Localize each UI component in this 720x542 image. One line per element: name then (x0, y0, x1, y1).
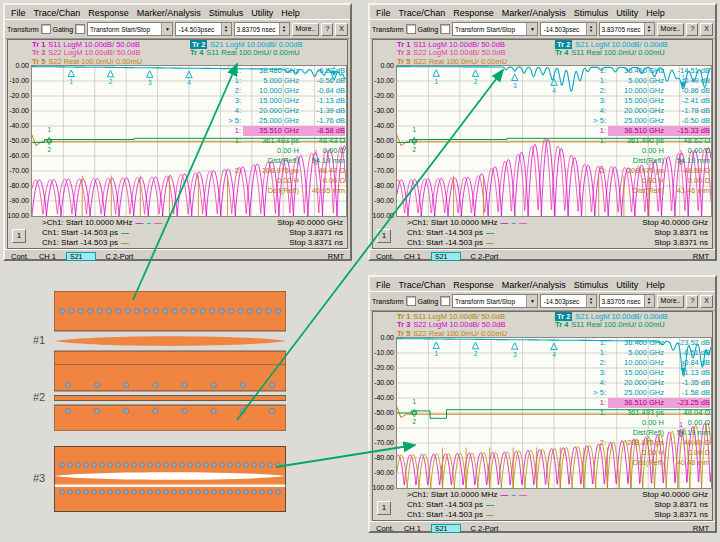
channel-1-button[interactable]: 1 (12, 229, 26, 243)
via-hole (220, 463, 225, 468)
transform-startstop-combo[interactable]: Transform Start/Stop ▼ (452, 22, 539, 36)
stop-time-field[interactable]: 3.83705 nsec ▲▼ (599, 22, 655, 36)
stop-time-field[interactable]: 3.83705 nsec ▲▼ (599, 294, 655, 308)
menu-item-trace-chan[interactable]: Trace/Chan (395, 280, 450, 290)
menu-item-stimulus[interactable]: Stimulus (570, 8, 613, 18)
legend-left: Tr 1S11 LogM 10.00dB/ 50.0dBTr 3S22 LogM… (397, 41, 555, 65)
menu-item-marker-analysis[interactable]: Marker/Analysis (498, 8, 570, 18)
y-axis-tick: -30.00 (374, 379, 394, 386)
y-axis-tick: 0.00 (380, 334, 394, 341)
menu-item-help[interactable]: Help (642, 280, 669, 290)
help-button[interactable]: ? (686, 23, 698, 36)
menu-item-file[interactable]: File (372, 8, 395, 18)
menu-item-response[interactable]: Response (84, 8, 133, 18)
transform-startstop-combo[interactable]: Transform Start/Stop ▼ (452, 294, 539, 308)
menu-item-help[interactable]: Help (277, 8, 304, 18)
chevron-down-icon[interactable]: ▼ (526, 295, 537, 307)
stop-time-field[interactable]: 3.83705 nsec ▲▼ (234, 22, 290, 36)
via-hole (212, 463, 217, 468)
spinner-icon[interactable]: ▲▼ (644, 295, 654, 307)
menu-item-marker-analysis[interactable]: Marker/Analysis (133, 8, 205, 18)
gating-checkbox[interactable] (75, 24, 85, 34)
trace-params: S11 Real 100.0mU/ 0.00mU (206, 48, 299, 57)
gating-checkbox[interactable] (440, 24, 450, 34)
chevron-down-icon[interactable]: ▼ (161, 23, 172, 35)
stimulus-info: 1 >Ch1: Start 10.0000 MHz—–— Stop 40.000… (373, 217, 712, 248)
gating-checkbox[interactable] (440, 296, 450, 306)
marker-stimulus: Dist(Refl) (608, 458, 664, 468)
marker-row: 0.00 H0.00 Ω (586, 146, 710, 156)
transform-label: Transform (372, 298, 404, 305)
measurement-selector[interactable]: S21 (66, 252, 95, 261)
close-button[interactable]: X (700, 295, 713, 308)
spinner-icon[interactable]: ▲▼ (586, 23, 596, 35)
via-hole (148, 463, 153, 468)
chevron-down-icon[interactable]: ▼ (526, 23, 537, 35)
menu-item-help[interactable]: Help (642, 8, 669, 18)
menu-item-trace-chan[interactable]: Trace/Chan (30, 8, 85, 18)
trace-chip[interactable]: Tr 4 (190, 48, 203, 57)
freq-stop-label: Stop 40.0000 GHz (642, 490, 708, 500)
marker-value: -6.82 dB (299, 66, 345, 76)
start-time-field[interactable]: -14.503psec ▲▼ (540, 294, 596, 308)
marker-value: -0.50 dB (664, 116, 710, 126)
marker-number: > 5: (586, 116, 608, 126)
marker-number (586, 458, 608, 468)
more-button[interactable]: More.. (657, 23, 685, 36)
spinner-icon[interactable]: ▲▼ (221, 23, 231, 35)
marker-value: -14.51 dB (664, 66, 710, 76)
menu-item-file[interactable]: File (372, 280, 395, 290)
svg-text:2: 2 (47, 146, 51, 153)
spinner-icon[interactable]: ▲▼ (586, 295, 596, 307)
via-hole (116, 308, 121, 313)
start-time-field[interactable]: -14.503psec ▲▼ (175, 22, 231, 36)
menu-item-marker-analysis[interactable]: Marker/Analysis (498, 280, 570, 290)
menu-item-utility[interactable]: Utility (247, 8, 277, 18)
marker-number (586, 156, 608, 166)
menu-item-stimulus[interactable]: Stimulus (205, 8, 248, 18)
y-axis-labels: 0.00-10.00-20.00-30.00-40.00-50.00-60.00… (8, 65, 31, 217)
help-button[interactable]: ? (686, 295, 698, 308)
menu-item-utility[interactable]: Utility (612, 8, 642, 18)
transform-checkbox[interactable] (41, 24, 51, 34)
via-hole (84, 463, 89, 468)
via-hole (108, 463, 113, 468)
menu-item-response[interactable]: Response (449, 8, 498, 18)
y-axis-tick: -70.00 (9, 167, 29, 174)
trace-chip[interactable]: Tr 4 (555, 48, 568, 57)
y-axis-tick: -70.00 (374, 439, 394, 446)
via-hole (236, 490, 241, 495)
menu-item-file[interactable]: File (7, 8, 30, 18)
help-button[interactable]: ? (321, 23, 333, 36)
trace-chip[interactable]: Tr 4 (555, 320, 568, 329)
transform-startstop-combo[interactable]: Transform Start/Stop ▼ (87, 22, 174, 36)
marker-value: 40.95 mm (299, 186, 345, 196)
spinner-icon[interactable]: ▲▼ (279, 23, 289, 35)
menu-item-utility[interactable]: Utility (612, 280, 642, 290)
channel-1-button[interactable]: 1 (377, 229, 391, 243)
y-axis-tick: -90.00 (374, 197, 394, 204)
channel-1-button[interactable]: 1 (377, 501, 391, 515)
start-time-value: -14.503psec (541, 298, 585, 305)
marker-row: 2:208.975 ps48.47 Ω (221, 166, 345, 176)
trace1-dash-icon: — (501, 490, 509, 499)
more-button[interactable]: More.. (292, 23, 320, 36)
marker-readout: 1:38.480 GHz-6.82 dB1:5.000 GHz-0.56 dB2… (221, 66, 345, 196)
marker-stimulus: 25.000 GHz (608, 116, 664, 126)
via-hole (60, 463, 65, 468)
transform-checkbox[interactable] (406, 24, 416, 34)
start-time-field[interactable]: -14.503psec ▲▼ (540, 22, 596, 36)
close-button[interactable]: X (335, 23, 348, 36)
more-button[interactable]: More.. (657, 295, 685, 308)
menu-item-response[interactable]: Response (449, 280, 498, 290)
close-button[interactable]: X (700, 23, 713, 36)
freq-start-label: >Ch1: Start 10.0000 MHz (407, 490, 498, 499)
spinner-icon[interactable]: ▲▼ (644, 23, 654, 35)
menu-item-stimulus[interactable]: Stimulus (570, 280, 613, 290)
measurement-selector[interactable]: S21 (431, 252, 460, 261)
via-hole (219, 308, 224, 313)
marker-number: > 5: (221, 116, 243, 126)
measurement-selector[interactable]: S21 (431, 524, 460, 533)
transform-checkbox[interactable] (406, 296, 416, 306)
menu-item-trace-chan[interactable]: Trace/Chan (395, 8, 450, 18)
